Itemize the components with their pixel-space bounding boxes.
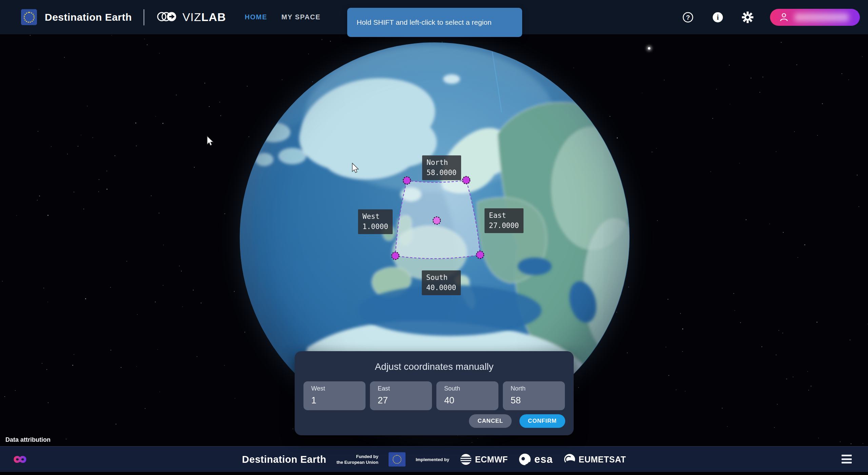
mouse-cursor-secondary	[352, 163, 362, 174]
tab-home[interactable]: HOME	[245, 13, 267, 21]
footer-menu-icon[interactable]	[842, 455, 852, 463]
shift-select-tooltip: Hold SHIFT and left-click to select a re…	[347, 8, 522, 37]
svg-text:?: ?	[686, 14, 690, 21]
eu-stars-icon	[24, 12, 35, 23]
implemented-by-text: Implemented by	[416, 457, 449, 462]
user-account-button[interactable]	[770, 9, 860, 26]
confirm-button[interactable]: CONFIRM	[519, 414, 565, 428]
mouse-cursor	[206, 135, 217, 147]
ecmwf-logo: ECMWF	[459, 453, 508, 466]
west-field[interactable]: West 1	[303, 381, 366, 410]
bottom-strip	[0, 472, 868, 475]
person-icon	[780, 13, 788, 22]
cancel-button[interactable]: CANCEL	[469, 414, 512, 428]
footer-brand: Destination Earth	[242, 454, 327, 465]
main-nav: HOME MY SPACE	[245, 13, 321, 21]
eu-flag-icon	[389, 452, 406, 467]
selection-handle-center[interactable]	[433, 217, 440, 224]
funded-by-text: Funded by the European Union	[336, 454, 378, 465]
coord-label-north: North 58.0000	[422, 155, 461, 180]
help-icon[interactable]: ?	[680, 10, 695, 25]
north-field[interactable]: North 58	[503, 381, 565, 410]
esa-logo: esa	[518, 453, 553, 466]
selection-handle-top-right[interactable]	[462, 176, 470, 184]
vizlab-logo-icon	[157, 9, 178, 25]
esa-icon	[518, 453, 532, 466]
eumetsat-icon	[563, 453, 576, 466]
footer-bar: Destination Earth Funded by the European…	[0, 446, 868, 472]
coord-label-east: East 27.0000	[485, 208, 524, 233]
user-name-redacted	[794, 13, 849, 21]
selection-handle-bottom-right[interactable]	[476, 251, 484, 259]
selection-handle-bottom-left[interactable]	[392, 252, 399, 260]
data-attribution-link[interactable]: Data attribution	[5, 436, 51, 443]
selection-handle-top-left[interactable]	[403, 177, 411, 184]
destination-earth-logo	[21, 9, 37, 25]
vizlab-wordmark: VIZLAB	[182, 11, 226, 24]
adjust-coordinates-panel: Adjust coordinates manually West 1 East …	[295, 351, 574, 435]
east-field[interactable]: East 27	[370, 381, 432, 410]
brand-title: Destination Earth	[45, 12, 132, 23]
coord-label-south: South 40.0000	[422, 270, 461, 295]
coord-label-west: West 1.0000	[358, 209, 393, 234]
south-field[interactable]: South 40	[436, 381, 498, 410]
panel-title: Adjust coordinates manually	[303, 361, 565, 372]
info-icon[interactable]: i	[710, 10, 725, 25]
divider	[143, 9, 144, 25]
ecmwf-icon	[459, 453, 472, 466]
bright-star	[648, 47, 650, 50]
tooltip-text: Hold SHIFT and left-click to select a re…	[357, 18, 492, 26]
tab-my-space[interactable]: MY SPACE	[281, 13, 320, 21]
settings-gear-icon[interactable]	[740, 10, 755, 25]
svg-text:i: i	[717, 14, 719, 21]
eumetsat-logo: EUMETSAT	[563, 453, 626, 466]
